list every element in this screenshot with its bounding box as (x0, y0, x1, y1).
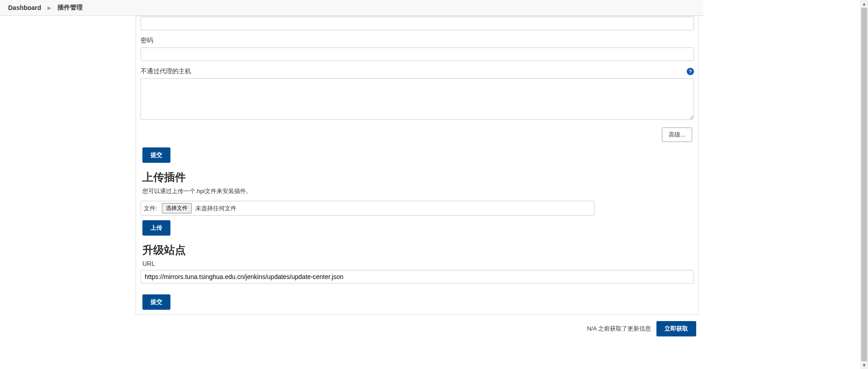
scroll-track[interactable] (860, 8, 868, 361)
advanced-button[interactable]: 高级... (662, 128, 692, 142)
help-icon[interactable]: ? (687, 68, 694, 75)
no-proxy-hosts-textarea[interactable] (141, 78, 694, 120)
footer-bar: N/A 之前获取了更新信息 立即获取 (136, 315, 699, 341)
proxy-submit-button[interactable]: 提交 (142, 147, 170, 163)
scroll-down-arrow-icon[interactable]: ▼ (860, 361, 868, 369)
chevron-right-icon: ▶ (47, 5, 51, 11)
scroll-thumb[interactable] (861, 8, 867, 361)
update-site-url-input[interactable] (141, 270, 694, 284)
choose-file-button[interactable]: 选择文件 (162, 203, 192, 213)
password-label: 密码 (141, 37, 694, 45)
breadcrumb-plugin-manager[interactable]: 插件管理 (57, 4, 83, 12)
password-input[interactable] (141, 47, 694, 61)
vertical-scrollbar[interactable]: ▲ ▼ (860, 0, 868, 369)
file-label: 文件: (144, 204, 157, 213)
update-info-text: N/A 之前获取了更新信息 (587, 325, 651, 333)
file-input-row: 文件: 选择文件 未选择任何文件 (141, 201, 594, 216)
upload-button[interactable]: 上传 (142, 220, 170, 236)
proxy-username-input[interactable] (141, 17, 694, 30)
upload-plugin-heading: 上传插件 (142, 170, 694, 184)
breadcrumb: Dashboard ▶ 插件管理 (0, 0, 703, 16)
update-site-submit-button[interactable]: 提交 (142, 294, 170, 310)
upload-plugin-desc: 您可以通过上传一个.hpi文件来安装插件。 (142, 187, 694, 195)
update-site-heading: 升级站点 (142, 243, 694, 257)
sidebar-spacer (0, 16, 131, 350)
url-label: URL (142, 260, 694, 267)
scroll-up-arrow-icon[interactable]: ▲ (860, 0, 868, 8)
file-status-text: 未选择任何文件 (195, 204, 236, 213)
no-proxy-label: 不通过代理的主机 (141, 67, 191, 76)
check-now-button[interactable]: 立即获取 (656, 321, 696, 336)
breadcrumb-dashboard[interactable]: Dashboard (8, 4, 41, 11)
